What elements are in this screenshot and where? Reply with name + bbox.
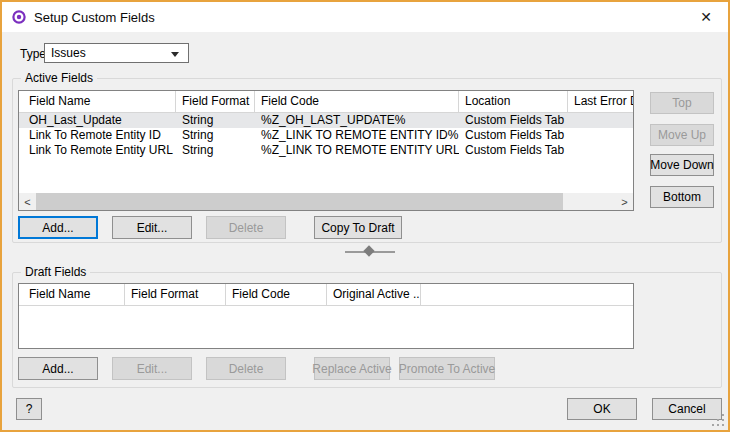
replace-active-button: Replace Active bbox=[314, 357, 390, 380]
title-bar: Setup Custom Fields ✕ bbox=[2, 2, 728, 32]
setup-custom-fields-dialog: Setup Custom Fields ✕ Type: Issues Activ… bbox=[0, 0, 730, 432]
column-header[interactable]: Field Name bbox=[19, 91, 176, 112]
cell-field-code: %Z_LINK TO REMOTE ENTITY URL% bbox=[255, 143, 459, 158]
scroll-left-icon[interactable]: < bbox=[19, 193, 36, 210]
bottom-button[interactable]: Bottom bbox=[650, 186, 714, 208]
active-fields-table[interactable]: Field Name Field Format Field Code Locat… bbox=[18, 90, 634, 211]
table-row[interactable]: Link To Remote Entity ID String %Z_LINK … bbox=[19, 128, 633, 143]
cell-location: Custom Fields Tab bbox=[459, 128, 568, 143]
column-header[interactable]: Field Name bbox=[19, 284, 125, 305]
move-down-button[interactable]: Move Down bbox=[650, 154, 714, 176]
ok-button[interactable]: OK bbox=[567, 398, 637, 420]
resize-grip[interactable] bbox=[712, 414, 724, 426]
cell-location: Custom Fields Tab bbox=[459, 113, 568, 128]
active-edit-button[interactable]: Edit... bbox=[112, 216, 192, 239]
cell-field-name: OH_Last_Update bbox=[19, 113, 176, 128]
draft-edit-button: Edit... bbox=[112, 357, 192, 380]
move-up-button: Move Up bbox=[650, 124, 714, 146]
draft-delete-button: Delete bbox=[206, 357, 286, 380]
active-add-button[interactable]: Add... bbox=[18, 216, 98, 239]
cell-field-format: String bbox=[176, 143, 255, 158]
cell-field-name: Link To Remote Entity ID bbox=[19, 128, 176, 143]
column-header[interactable]: Last Error Da bbox=[568, 91, 633, 112]
app-icon bbox=[12, 10, 26, 24]
horizontal-scrollbar[interactable]: < > bbox=[19, 193, 633, 210]
table-row[interactable]: OH_Last_Update String %Z_OH_LAST_UPDATE%… bbox=[19, 113, 633, 128]
type-dropdown-value: Issues bbox=[51, 46, 86, 60]
splitter-handle-icon[interactable] bbox=[363, 245, 374, 256]
cell-field-format: String bbox=[176, 128, 255, 143]
scroll-right-icon[interactable]: > bbox=[616, 193, 633, 210]
draft-add-button[interactable]: Add... bbox=[18, 357, 98, 380]
draft-fields-table[interactable]: Field Name Field Format Field Code Origi… bbox=[18, 283, 634, 349]
promote-to-active-button: Promote To Active bbox=[399, 357, 495, 380]
scrollbar-thumb[interactable] bbox=[36, 193, 563, 210]
active-fields-group-label: Active Fields bbox=[21, 71, 97, 85]
cell-field-format: String bbox=[176, 113, 255, 128]
copy-to-draft-button[interactable]: Copy To Draft bbox=[314, 216, 402, 239]
column-header[interactable]: Original Active ... bbox=[327, 284, 421, 305]
column-header[interactable]: Field Code bbox=[255, 91, 459, 112]
chevron-down-icon bbox=[171, 52, 179, 57]
help-button[interactable]: ? bbox=[16, 398, 42, 420]
cell-field-code: %Z_OH_LAST_UPDATE% bbox=[255, 113, 459, 128]
cell-field-name: Link To Remote Entity URL bbox=[19, 143, 176, 158]
window-title: Setup Custom Fields bbox=[34, 10, 155, 25]
draft-table-header: Field Name Field Format Field Code Origi… bbox=[19, 284, 633, 306]
cell-field-code: %Z_LINK TO REMOTE ENTITY ID% bbox=[255, 128, 459, 143]
column-header[interactable]: Field Format bbox=[176, 91, 255, 112]
active-delete-button: Delete bbox=[206, 216, 286, 239]
column-header[interactable]: Location bbox=[459, 91, 568, 112]
table-row[interactable]: Link To Remote Entity URL String %Z_LINK… bbox=[19, 143, 633, 158]
column-header[interactable]: Field Code bbox=[226, 284, 327, 305]
top-button: Top bbox=[650, 92, 714, 114]
active-table-header: Field Name Field Format Field Code Locat… bbox=[19, 91, 633, 113]
column-header[interactable]: Field Format bbox=[125, 284, 226, 305]
cell-location: Custom Fields Tab bbox=[459, 143, 568, 158]
type-dropdown[interactable]: Issues bbox=[44, 43, 189, 63]
column-header bbox=[421, 284, 633, 305]
draft-fields-group-label: Draft Fields bbox=[21, 265, 90, 279]
close-icon[interactable]: ✕ bbox=[690, 2, 722, 32]
